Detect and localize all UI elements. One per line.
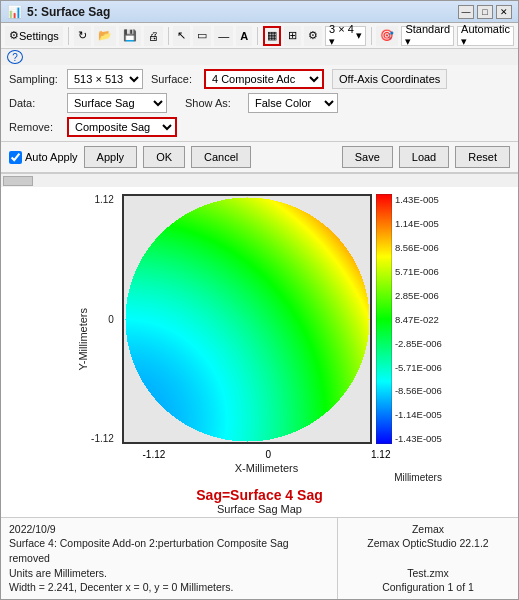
rect-button[interactable]: ▭ (193, 26, 211, 46)
show-as-label: Show As: (185, 97, 240, 109)
info-date: 2022/10/9 (9, 522, 329, 537)
controls-row-3: Remove: Composite Sag (9, 117, 510, 137)
info-width: Width = 2.241, Decenter x = 0, y = 0 Mil… (9, 580, 329, 595)
ok-button[interactable]: OK (143, 146, 185, 168)
chart-area: Y-Millimeters 1.12 0 -1.12 1.43E-005 (1, 187, 518, 517)
colorbar-canvas (376, 194, 392, 444)
apply-button[interactable]: Apply (84, 146, 138, 168)
chart-inner: 1.12 0 -1.12 1.43E-005 1.14E-005 8.56E-0… (91, 194, 442, 483)
cb-val-10: -1.43E-005 (395, 433, 442, 444)
surface-select[interactable]: 4 Composite Adc (204, 69, 324, 89)
standard-dropdown[interactable]: Standard ▾ (401, 26, 454, 46)
controls-row-1: Sampling: 513 × 513 Surface: 4 Composite… (9, 69, 510, 89)
info-bar: 2022/10/9 Surface 4: Composite Add-on 2:… (1, 517, 518, 599)
print-button[interactable]: 🖨 (144, 26, 163, 46)
info-units: Units are Millimeters. (9, 566, 329, 581)
sampling-label: Sampling: (9, 73, 59, 85)
remove-select[interactable]: Composite Sag (67, 117, 177, 137)
buttons-row: Auto Apply Apply OK Cancel Save Load Res… (1, 142, 518, 173)
text-button[interactable]: A (236, 26, 252, 46)
layout-button[interactable]: ⊞ (284, 26, 301, 46)
toolbar-separator-1 (68, 27, 69, 45)
data-select[interactable]: Surface Sag (67, 93, 167, 113)
info-surface: Surface 4: Composite Add-on 2:perturbati… (9, 536, 329, 565)
horizontal-scrollbar[interactable] (1, 173, 518, 187)
x-ticks-row: -1.12 0 1.12 (143, 449, 391, 460)
surface-label: Surface: (151, 73, 196, 85)
auto-apply-label[interactable]: Auto Apply (9, 151, 78, 164)
title-bar-controls: — □ ✕ (458, 5, 512, 19)
minimize-button[interactable]: — (458, 5, 474, 19)
scroll-thumb[interactable] (3, 176, 33, 186)
info-file: Test.zmx (346, 566, 510, 581)
maximize-button[interactable]: □ (477, 5, 493, 19)
show-as-select[interactable]: False Color (248, 93, 338, 113)
data-label: Data: (9, 97, 59, 109)
info-right: Zemax Zemax OpticStudio 22.1.2 Test.zmx … (338, 518, 518, 599)
off-axis-button[interactable]: Off-Axis Coordinates (332, 69, 447, 89)
chart-subtitle: Surface Sag Map (217, 503, 302, 515)
cb-val-9: -1.14E-005 (395, 409, 442, 420)
x-axis-label: X-Millimeters (235, 462, 299, 474)
controls-row-2: Data: Surface Sag Show As: False Color (9, 93, 510, 113)
x-tick-left: -1.12 (143, 449, 166, 460)
settings2-button[interactable]: ⚙ (304, 26, 322, 46)
cb-val-8: -8.56E-006 (395, 385, 442, 396)
cb-val-2: 8.56E-006 (395, 242, 442, 253)
y-tick-top: 1.12 (94, 194, 113, 205)
save-icon-button[interactable]: 💾 (119, 26, 141, 46)
x-tick-right: 1.12 (371, 449, 390, 460)
cancel-button[interactable]: Cancel (191, 146, 251, 168)
cb-val-3: 5.71E-006 (395, 266, 442, 277)
cb-val-1: 1.14E-005 (395, 218, 442, 229)
title-bar: 📊 5: Surface Sag — □ ✕ (1, 1, 518, 23)
cursor-button[interactable]: ↖ (173, 26, 190, 46)
reset-button[interactable]: Reset (455, 146, 510, 168)
info-left: 2022/10/9 Surface 4: Composite Add-on 2:… (1, 518, 338, 599)
plot-area (122, 194, 372, 447)
colorbar-unit: Millimeters (394, 472, 442, 483)
remove-label: Remove: (9, 121, 59, 133)
settings-button[interactable]: ⚙ Settings (5, 26, 63, 46)
window-title: 5: Surface Sag (27, 5, 110, 19)
chart-with-colorbar: 1.12 0 -1.12 1.43E-005 1.14E-005 8.56E-0… (91, 194, 442, 447)
info-version: Zemax OpticStudio 22.1.2 (346, 536, 510, 551)
colorbar-labels: 1.43E-005 1.14E-005 8.56E-006 5.71E-006 … (395, 194, 442, 444)
help-bar: ? (1, 49, 518, 65)
grid-dropdown[interactable]: 3 × 4 ▾ ▾ (325, 26, 366, 46)
y-axis-label: Y-Millimeters (77, 308, 89, 371)
x-tick-mid: 0 (265, 449, 271, 460)
sampling-select[interactable]: 513 × 513 (67, 69, 143, 89)
cb-val-4: 2.85E-006 (395, 290, 442, 301)
window-icon: 📊 (7, 5, 22, 19)
automatic-dropdown[interactable]: Automatic ▾ (457, 26, 514, 46)
toolbar: ⚙ Settings ↻ 📂 💾 🖨 ↖ ▭ — A ▦ ⊞ ⚙ 3 × 4 ▾… (1, 23, 518, 49)
close-button[interactable]: ✕ (496, 5, 512, 19)
info-zemax: Zemax (346, 522, 510, 537)
toolbar-separator-4 (371, 27, 372, 45)
plot-canvas (122, 194, 372, 444)
cb-val-7: -5.71E-006 (395, 362, 442, 373)
info-config: Configuration 1 of 1 (346, 580, 510, 595)
chart-container: Y-Millimeters 1.12 0 -1.12 1.43E-005 (1, 191, 518, 487)
chevron-down-icon: ▾ (356, 29, 362, 42)
main-window: 📊 5: Surface Sag — □ ✕ ⚙ Settings ↻ 📂 💾 … (0, 0, 519, 600)
toolbar-separator-3 (257, 27, 258, 45)
controls-panel: Sampling: 513 × 513 Surface: 4 Composite… (1, 65, 518, 142)
save-button[interactable]: Save (342, 146, 393, 168)
cb-val-0: 1.43E-005 (395, 194, 442, 205)
grid-active-button[interactable]: ▦ (263, 26, 281, 46)
toolbar-separator-2 (168, 27, 169, 45)
zemax-button[interactable]: 🎯 (376, 26, 398, 46)
refresh-button[interactable]: ↻ (74, 26, 91, 46)
help-icon[interactable]: ? (7, 50, 23, 64)
auto-apply-checkbox[interactable] (9, 151, 22, 164)
settings-icon: ⚙ (9, 29, 19, 42)
info-spacer (346, 551, 510, 566)
open-button[interactable]: 📂 (94, 26, 116, 46)
line-button[interactable]: — (214, 26, 233, 46)
y-tick-bot: -1.12 (91, 433, 114, 444)
title-bar-left: 📊 5: Surface Sag (7, 5, 110, 19)
load-button[interactable]: Load (399, 146, 449, 168)
colorbar-area: 1.43E-005 1.14E-005 8.56E-006 5.71E-006 … (376, 194, 442, 444)
